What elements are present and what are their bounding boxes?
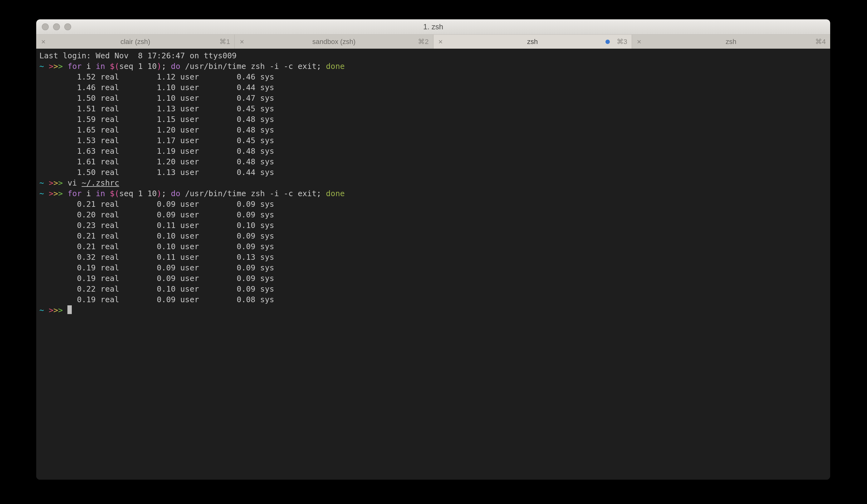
close-tab-icon[interactable]: × xyxy=(36,37,51,46)
timing-row: 1.63 real 1.19 user 0.48 sys xyxy=(39,146,827,156)
traffic-lights xyxy=(36,23,71,30)
timing-row: 0.20 real 0.09 user 0.09 sys xyxy=(39,210,827,220)
zoom-window-button[interactable] xyxy=(64,23,71,30)
timing-row: 0.21 real 0.10 user 0.09 sys xyxy=(39,241,827,252)
window-title: 1. zsh xyxy=(36,22,830,31)
unsaved-dot-icon xyxy=(606,40,610,44)
timing-row: 0.19 real 0.09 user 0.09 sys xyxy=(39,273,827,284)
terminal-output[interactable]: Last login: Wed Nov 8 17:26:47 on ttys00… xyxy=(36,49,830,480)
minimize-window-button[interactable] xyxy=(53,23,60,30)
tab-label: clair (zsh) xyxy=(36,38,234,46)
timing-row: 1.51 real 1.13 user 0.45 sys xyxy=(39,103,827,114)
login-line: Last login: Wed Nov 8 17:26:47 on ttys00… xyxy=(39,51,827,61)
timing-row: 0.32 real 0.11 user 0.13 sys xyxy=(39,252,827,263)
timing-row: 1.59 real 1.15 user 0.48 sys xyxy=(39,114,827,125)
terminal-window: 1. zsh × clair (zsh) ⌘1 × sandbox (zsh) … xyxy=(36,19,830,480)
timing-row: 0.19 real 0.09 user 0.09 sys xyxy=(39,263,827,273)
tab-shortcut: ⌘4 xyxy=(815,38,826,46)
timing-row: 1.52 real 1.12 user 0.46 sys xyxy=(39,72,827,82)
timing-row: 1.50 real 1.10 user 0.47 sys xyxy=(39,93,827,103)
timing-row: 1.46 real 1.10 user 0.44 sys xyxy=(39,82,827,93)
tab-label: sandbox (zsh) xyxy=(235,38,433,46)
tab-4[interactable]: × zsh ⌘4 xyxy=(632,35,830,49)
timing-row: 1.53 real 1.17 user 0.45 sys xyxy=(39,135,827,146)
prompt-line: ~ >>> vi ~/.zshrc xyxy=(39,178,827,188)
timing-row: 1.61 real 1.20 user 0.48 sys xyxy=(39,156,827,167)
tab-3[interactable]: × zsh ⌘3 xyxy=(434,35,632,49)
tab-shortcut: ⌘1 xyxy=(220,38,230,46)
timing-row: 0.19 real 0.09 user 0.08 sys xyxy=(39,294,827,305)
tab-label: zsh xyxy=(434,38,632,46)
close-tab-icon[interactable]: × xyxy=(235,37,249,46)
cursor xyxy=(67,305,72,314)
close-tab-icon[interactable]: × xyxy=(632,37,646,46)
tab-2[interactable]: × sandbox (zsh) ⌘2 xyxy=(235,35,433,49)
prompt-line: ~ >>> for i in $(seq 1 10); do /usr/bin/… xyxy=(39,61,827,72)
tab-label: zsh xyxy=(632,38,830,46)
timing-row: 0.23 real 0.11 user 0.10 sys xyxy=(39,220,827,231)
tab-1[interactable]: × clair (zsh) ⌘1 xyxy=(36,35,235,49)
timing-row: 1.50 real 1.13 user 0.44 sys xyxy=(39,167,827,178)
tab-shortcut: ⌘3 xyxy=(617,38,627,46)
timing-row: 0.22 real 0.10 user 0.09 sys xyxy=(39,284,827,294)
close-window-button[interactable] xyxy=(42,23,49,30)
titlebar: 1. zsh xyxy=(36,19,830,34)
timing-row: 0.21 real 0.10 user 0.09 sys xyxy=(39,231,827,241)
close-tab-icon[interactable]: × xyxy=(434,37,448,46)
prompt-line: ~ >>> xyxy=(39,305,827,316)
prompt-line: ~ >>> for i in $(seq 1 10); do /usr/bin/… xyxy=(39,188,827,199)
timing-row: 1.65 real 1.20 user 0.48 sys xyxy=(39,125,827,135)
tab-shortcut: ⌘2 xyxy=(418,38,428,46)
timing-row: 0.21 real 0.09 user 0.09 sys xyxy=(39,199,827,210)
tab-bar: × clair (zsh) ⌘1 × sandbox (zsh) ⌘2 × zs… xyxy=(36,34,830,49)
